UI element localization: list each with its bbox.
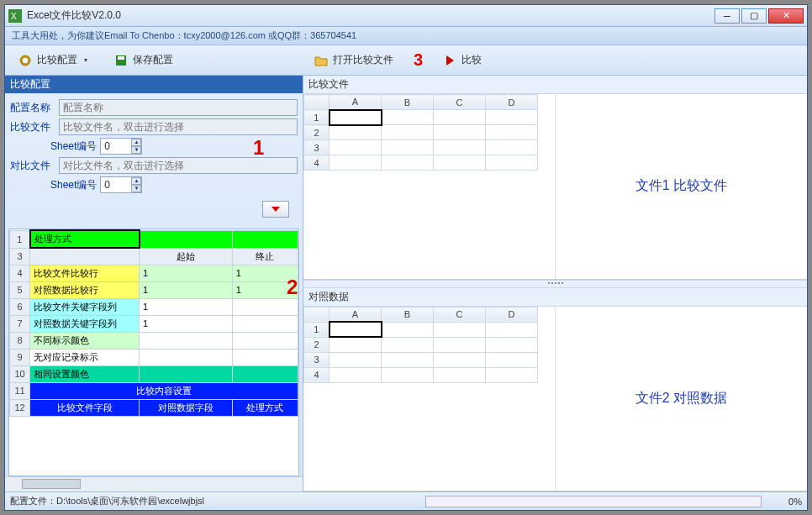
config-name-input[interactable] [59, 99, 298, 116]
play-icon [443, 54, 456, 67]
disk-icon [114, 54, 128, 67]
open-compare-file-button[interactable]: 打开比较文件 [308, 50, 400, 71]
svg-text:X: X [11, 12, 17, 21]
contrast-data-panel-title: 对照数据 [303, 288, 807, 307]
gear-icon [18, 54, 32, 67]
info-bar: 工具大用处，为你建议Email To Chenbo：tcxy2000@126.c… [5, 27, 807, 45]
close-button[interactable]: ✕ [768, 8, 804, 24]
marker-3: 3 [414, 50, 423, 70]
compare-file-input[interactable] [59, 118, 298, 135]
contrast-file-input[interactable] [59, 157, 298, 174]
folder-open-icon [314, 54, 328, 67]
config-grid[interactable]: 1处理方式3起始终止4比较文件比较行115对照数据比较行116比较文件关键字段列… [8, 229, 299, 476]
compare-file-label: 比较文件 [10, 120, 55, 134]
compare-config-label: 比较配置 [37, 53, 77, 67]
compare-file-panel-title: 比较文件 [303, 76, 807, 94]
app-icon: X [8, 9, 22, 23]
progress-percent: 0% [768, 497, 802, 507]
progress-bar [425, 496, 762, 507]
contrast-data-panel: 对照数据 ABCD1234 文件2 对照数据 [303, 288, 807, 492]
app-window: X Excel文件比较V2.0.0 ─ ▢ ✕ 工具大用处，为你建议Email … [4, 4, 808, 511]
right-area: 比较文件 ABCD1234 文件1 比较文件 对照数据 ABCD1234 文 [303, 76, 807, 491]
sheet2-up[interactable]: ▲ [131, 177, 141, 185]
marker-1: 1 [253, 136, 264, 160]
sheet1-up[interactable]: ▲ [131, 139, 141, 146]
compare-config-button[interactable]: 比较配置 ▾ [12, 50, 94, 71]
status-bar: 配置文件：D:\tools\桌面\河东软件园\excelwjbjsl 0% [5, 491, 807, 510]
open-compare-file-label: 打开比较文件 [333, 53, 393, 67]
save-config-button[interactable]: 保存配置 [108, 50, 180, 71]
minimize-button[interactable]: ─ [714, 8, 740, 24]
sheet2-down[interactable]: ▼ [131, 185, 141, 192]
sheet1-label: Sheet编号 [50, 139, 97, 154]
dropdown-arrow-icon: ▾ [84, 56, 87, 64]
main-area: 比较配置 配置名称 比较文件 Sheet编号 ▲▼ [5, 76, 807, 491]
compare-file-placeholder-label: 文件1 比较文件 [556, 94, 807, 279]
svg-point-3 [24, 59, 27, 62]
maximize-button[interactable]: ▢ [741, 8, 767, 24]
compare-label: 比较 [461, 53, 482, 67]
sheet2-label: Sheet编号 [50, 178, 97, 192]
marker-2: 2 [287, 276, 298, 299]
left-panel-title: 比较配置 [5, 76, 303, 93]
config-dropdown-button[interactable] [262, 201, 289, 218]
save-config-label: 保存配置 [133, 53, 173, 67]
contrast-data-grid[interactable]: ABCD1234 [303, 307, 556, 491]
contrast-data-placeholder-label: 文件2 对照数据 [556, 307, 807, 491]
config-name-label: 配置名称 [10, 101, 55, 115]
compare-file-panel: 比较文件 ABCD1234 文件1 比较文件 [303, 76, 807, 280]
contrast-file-label: 对比文件 [10, 159, 55, 173]
sheet1-down[interactable]: ▼ [131, 146, 141, 154]
toolbar: 比较配置 ▾ 保存配置 打开比较文件 3 比较 [5, 45, 807, 76]
left-hscrollbar[interactable] [5, 476, 303, 491]
compare-button[interactable]: 比较 [436, 50, 488, 71]
window-title: Excel文件比较V2.0.0 [27, 8, 714, 23]
status-path: 配置文件：D:\tools\桌面\河东软件园\excelwjbjsl [10, 495, 419, 507]
svg-rect-5 [118, 56, 124, 60]
compare-file-grid[interactable]: ABCD1234 [303, 94, 556, 279]
horizontal-splitter[interactable] [303, 280, 807, 288]
titlebar: X Excel文件比较V2.0.0 ─ ▢ ✕ [5, 5, 807, 27]
